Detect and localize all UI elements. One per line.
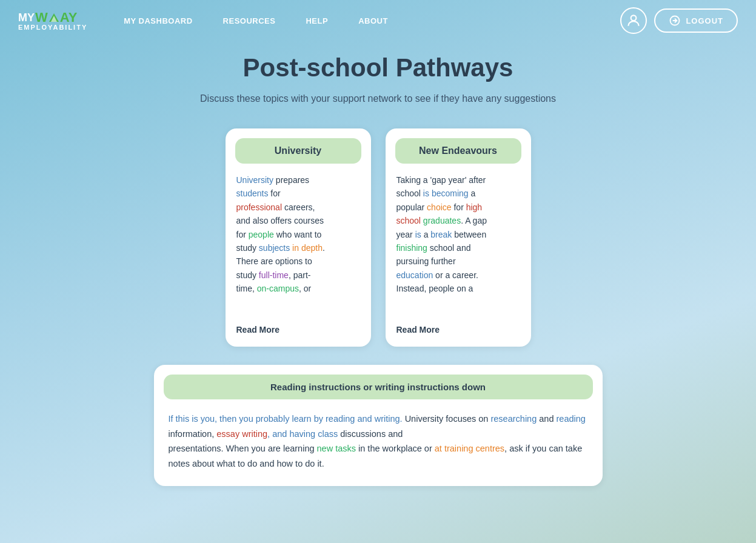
page-subtitle: Discuss these topics with your support n… [200, 93, 556, 104]
logo-way: W [35, 11, 48, 24]
svg-point-2 [631, 15, 637, 21]
mountain-icon [49, 12, 59, 23]
nav-help[interactable]: HELP [306, 16, 328, 25]
logout-label: LOGOUT [686, 16, 723, 25]
logout-icon [669, 15, 681, 27]
logo: MY W AY EMPLOYABILITY [18, 11, 87, 31]
university-read-more[interactable]: Read More [226, 322, 371, 335]
logo-ay: AY [60, 11, 78, 24]
bottom-section-header: Reading instructions or writing instruct… [164, 375, 593, 399]
bottom-section: Reading instructions or writing instruct… [154, 365, 603, 486]
logout-button[interactable]: LOGOUT [654, 8, 738, 33]
nav-about[interactable]: ABOUT [358, 16, 388, 25]
new-endeavours-card-header: New Endeavours [395, 138, 521, 164]
main-nav: MY DASHBOARD RESOURCES HELP ABOUT [124, 16, 620, 25]
logo-my: MY [18, 12, 35, 23]
new-endeavours-card-body: Taking a 'gap year' after school is beco… [386, 164, 531, 322]
university-card: University University prepares students … [226, 128, 371, 347]
profile-button[interactable] [620, 7, 647, 34]
university-card-header: University [235, 138, 361, 164]
nav-resources[interactable]: RESOURCES [223, 16, 276, 25]
nav-dashboard[interactable]: MY DASHBOARD [124, 16, 192, 25]
bottom-section-body: If this is you, then you probably learn … [154, 399, 603, 486]
logo-sub: EMPLOYABILITY [18, 24, 87, 31]
new-endeavours-read-more[interactable]: Read More [386, 322, 531, 335]
new-endeavours-card: New Endeavours Taking a 'gap year' after… [386, 128, 531, 347]
university-card-body: University prepares students for profess… [226, 164, 371, 322]
page-title: Post-school Pathways [243, 53, 513, 82]
cards-row: University University prepares students … [105, 128, 651, 347]
